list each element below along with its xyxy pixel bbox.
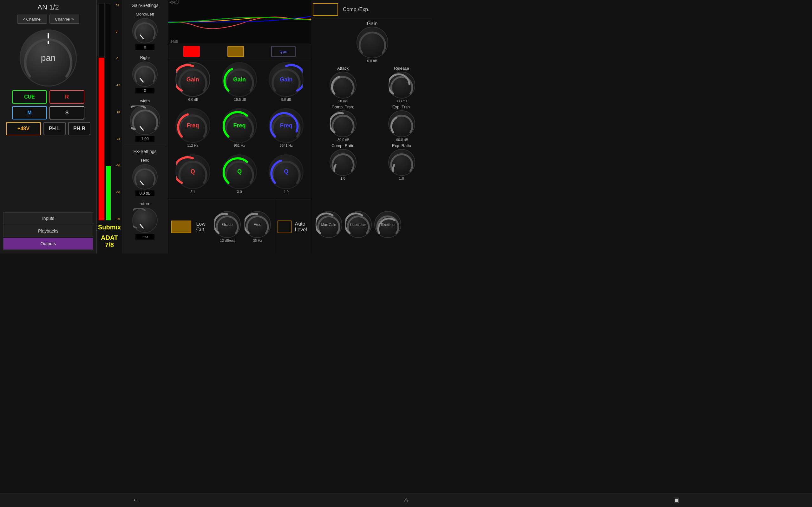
eq-band1-button[interactable] bbox=[183, 46, 200, 57]
low-cut-freq-label: Freq bbox=[254, 222, 262, 227]
mono-left-knob[interactable] bbox=[132, 18, 158, 43]
return-knob[interactable] bbox=[132, 208, 158, 233]
comp-ratio-cell: Comp. Ratio 1.0 bbox=[314, 143, 371, 180]
meter-label-0: 0 bbox=[116, 30, 120, 33]
width-knob[interactable] bbox=[130, 105, 160, 135]
attack-knob[interactable] bbox=[329, 72, 357, 99]
max-gain-knob[interactable]: Max Gain bbox=[315, 211, 342, 238]
prev-channel-button[interactable]: < Channel bbox=[17, 14, 47, 24]
band3-q-knob[interactable]: Q bbox=[269, 154, 304, 189]
band3-q-label: Q bbox=[284, 168, 288, 175]
meter-label-neg50: -50 bbox=[116, 217, 120, 221]
band1-freq-label: Freq bbox=[187, 122, 199, 129]
comp-gain-title: Gain bbox=[367, 21, 378, 26]
band2-q-label: Q bbox=[237, 168, 242, 175]
cue-button[interactable]: CUE bbox=[12, 90, 47, 104]
attack-cell: Attack 10 ms bbox=[314, 66, 371, 103]
playbacks-button[interactable]: Playbacks bbox=[3, 225, 93, 237]
band1-q-cell: Q 2.1 bbox=[170, 153, 216, 198]
band3-gain-cell: Gain 9.0 dB bbox=[263, 60, 309, 106]
band2-freq-knob[interactable]: Freq bbox=[222, 108, 257, 143]
band1-q-val: 2.1 bbox=[190, 190, 195, 193]
auto-level-button[interactable] bbox=[277, 221, 292, 233]
release-knob[interactable] bbox=[388, 72, 415, 99]
comp-ratio-knob[interactable] bbox=[329, 149, 357, 176]
low-cut-section: Low Cut Grade 12 dB/oct bbox=[168, 200, 274, 253]
next-channel-button[interactable]: Channel > bbox=[49, 14, 79, 24]
width-section: width 1.00 bbox=[124, 96, 166, 144]
meter-label-neg6: -6 bbox=[116, 57, 120, 60]
band3-q-val: 1.0 bbox=[284, 190, 289, 193]
band2-gain-val: -19.5 dB bbox=[233, 98, 246, 101]
comp-gain-knob[interactable] bbox=[357, 26, 388, 58]
band2-freq-cell: Freq 951 Hz bbox=[216, 107, 262, 152]
pan-label: pan bbox=[41, 53, 56, 63]
band3-freq-knob[interactable]: Freq bbox=[269, 108, 304, 143]
return-section: return -oo bbox=[124, 199, 166, 242]
low-cut-grade-knob[interactable]: Grade bbox=[214, 211, 241, 238]
eq-knobs-grid: Gain -6.0 dB Gain -19.5 dB bbox=[168, 59, 311, 200]
pan-knob-container: pan bbox=[20, 30, 77, 87]
send-knob[interactable] bbox=[132, 164, 158, 189]
submix-label: Submix bbox=[96, 222, 122, 233]
band1-q-knob[interactable]: Q bbox=[175, 154, 210, 189]
bottom-eq: Low Cut Grade 12 dB/oct bbox=[168, 200, 311, 253]
meter-label-neg18: -18 bbox=[116, 110, 120, 113]
48v-button[interactable]: +48V bbox=[6, 122, 41, 135]
comp-trsh-label: Comp. Trsh. bbox=[332, 105, 354, 109]
risetime-label: Risetime bbox=[381, 223, 395, 227]
eq-band2-button[interactable] bbox=[227, 46, 244, 57]
m-button[interactable]: M bbox=[12, 106, 47, 119]
comp-controls-grid: Attack 10 ms Release 30 bbox=[313, 64, 432, 182]
comp-title: Comp./Exp. bbox=[343, 7, 369, 12]
band3-freq-val: 3641 Hz bbox=[280, 144, 293, 147]
comp-header: Comp./Exp. bbox=[313, 2, 432, 19]
release-val: 300 ms bbox=[396, 99, 407, 103]
pan-knob[interactable]: pan bbox=[20, 30, 77, 87]
band1-gain-knob[interactable]: Gain bbox=[175, 62, 210, 97]
low-cut-grade-val: 12 dB/oct bbox=[220, 239, 235, 242]
band2-q-knob[interactable]: Q bbox=[222, 154, 257, 189]
band2-freq-label: Freq bbox=[233, 122, 246, 129]
band1-q-label: Q bbox=[191, 168, 195, 175]
comp-ratio-label: Comp. Ratio bbox=[332, 143, 354, 148]
headroom-knob[interactable]: Headroom bbox=[345, 211, 372, 238]
ph-r-button[interactable]: PH R bbox=[68, 122, 90, 135]
exp-ratio-knob[interactable] bbox=[388, 149, 415, 176]
comp-trsh-val: -30.0 dB bbox=[336, 138, 350, 142]
mono-left-value: 0 bbox=[136, 44, 154, 50]
risetime-knob[interactable]: Risetime bbox=[374, 211, 401, 238]
headroom-label: Headroom bbox=[350, 223, 366, 227]
send-section: send 0.0 dB bbox=[124, 155, 166, 199]
comp-trsh-knob[interactable] bbox=[329, 110, 357, 137]
exp-ratio-val: 1.0 bbox=[399, 176, 404, 180]
band3-freq-label: Freq bbox=[280, 122, 293, 129]
eq-band3-button[interactable]: type bbox=[271, 46, 296, 57]
ph-l-button[interactable]: PH L bbox=[44, 122, 66, 135]
auto-level-title: Auto Level bbox=[295, 221, 312, 233]
low-cut-freq-knob[interactable]: Freq bbox=[244, 211, 271, 238]
band2-gain-knob[interactable]: Gain bbox=[222, 62, 257, 97]
r-button[interactable]: R bbox=[49, 90, 84, 104]
right-knob[interactable] bbox=[132, 61, 158, 87]
exp-trsh-knob[interactable] bbox=[388, 110, 415, 137]
eq-graph: +24dB -24dB bbox=[168, 0, 311, 44]
submix-channel-label: ADAT 7/8 bbox=[96, 233, 122, 250]
left-panel: AN 1/2 < Channel Channel > pan CUE R M S… bbox=[0, 0, 97, 253]
inputs-button[interactable]: Inputs bbox=[3, 212, 93, 224]
right-section: Right 0 bbox=[124, 53, 166, 96]
gain-fx-panel: Gain-Settings Mono/Left 0 Right 0 width bbox=[122, 0, 168, 253]
width-label: width bbox=[140, 99, 150, 103]
comp-toggle-button[interactable] bbox=[313, 3, 338, 16]
low-cut-title: Low Cut bbox=[196, 221, 211, 233]
band3-gain-knob[interactable]: Gain bbox=[269, 62, 304, 97]
s-button[interactable]: S bbox=[49, 106, 84, 119]
band1-freq-knob[interactable]: Freq bbox=[175, 108, 210, 143]
low-cut-button[interactable] bbox=[171, 221, 191, 233]
outputs-button[interactable]: Outputs bbox=[3, 238, 93, 250]
band1-gain-label: Gain bbox=[187, 76, 199, 83]
band3-freq-cell: Freq 3641 Hz bbox=[263, 107, 309, 152]
exp-trsh-cell: Exp. Trsh. -60.0 dB bbox=[373, 105, 430, 142]
band2-gain-cell: Gain -19.5 dB bbox=[216, 60, 262, 106]
mono-left-section: Mono/Left 0 bbox=[124, 9, 166, 53]
